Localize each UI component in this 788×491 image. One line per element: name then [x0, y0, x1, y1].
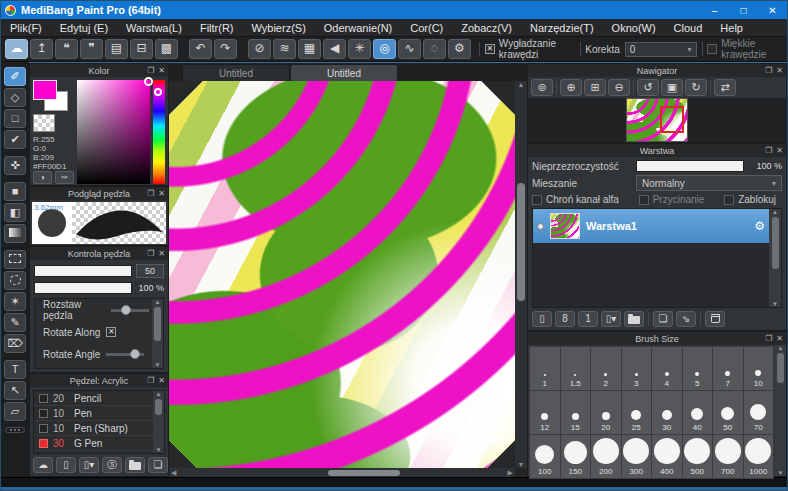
checklist-icon[interactable]: ⊟	[130, 39, 153, 59]
brush-size-100[interactable]: 100	[530, 435, 560, 478]
snap-curve-icon[interactable]: ∿	[398, 39, 421, 59]
fit-window-icon[interactable]: ⊞	[584, 79, 606, 96]
menu-narzędzie[interactable]: Narzędzie(T)	[521, 19, 603, 37]
scroll-up-icon[interactable]: ▲	[778, 345, 784, 351]
popout-icon[interactable]: ❐	[765, 144, 772, 157]
menu-plik[interactable]: Plik(F)	[1, 19, 51, 37]
duplicate-layer-icon[interactable]: ❏	[653, 311, 673, 327]
brush-folder-icon[interactable]	[125, 457, 145, 473]
layer-item-selected[interactable]: Warstwa1 ⚙	[533, 209, 769, 243]
toolstrip-scroll-indicator[interactable]	[5, 427, 25, 433]
menu-wybierz[interactable]: Wybierz(S)	[243, 19, 315, 37]
maximize-button[interactable]: □	[729, 1, 758, 19]
select-pen-tool-icon[interactable]: ✎	[4, 313, 26, 332]
undo-icon[interactable]: ↶	[189, 39, 212, 59]
brush-size-50[interactable]: 50	[713, 391, 743, 434]
rotate-ccw-icon[interactable]: ↺	[637, 79, 659, 96]
slider-knob[interactable]	[121, 305, 131, 315]
brush-size-30[interactable]: 30	[652, 391, 682, 434]
brush-opacity-slider[interactable]	[34, 282, 132, 294]
brush-size-25[interactable]: 25	[622, 391, 652, 434]
layer-opacity-slider[interactable]	[636, 160, 744, 172]
menu-edytuj[interactable]: Edytuj (E)	[51, 19, 117, 37]
scroll-up-icon[interactable]: ▲	[156, 391, 162, 397]
duplicate-brush-icon[interactable]: ❏	[148, 457, 168, 473]
grid-edit-icon[interactable]: ▩	[155, 39, 178, 59]
scroll-down-icon[interactable]: ▼	[778, 470, 784, 476]
brush-size-70[interactable]: 70	[744, 391, 774, 434]
eraser-tool-icon[interactable]: ◇	[4, 88, 26, 107]
close-icon[interactable]: ✕	[776, 144, 783, 157]
upload-icon[interactable]: ↥	[30, 39, 53, 59]
menu-warstwa[interactable]: Warstwa(L)	[117, 19, 191, 37]
canvas-vertical-scrollbar[interactable]: ▲ ▼	[515, 81, 527, 468]
snap-off-icon[interactable]: ⊘	[248, 39, 271, 59]
shape-tool-icon[interactable]: □	[4, 109, 26, 128]
options-scrollbar[interactable]: ▲▼	[152, 299, 163, 368]
menu-oderwanie[interactable]: Oderwanie(N)	[315, 19, 401, 37]
close-icon[interactable]: ✕	[158, 374, 165, 387]
foreground-color-swatch[interactable]	[33, 80, 57, 100]
gear-icon[interactable]: ⚙	[754, 219, 765, 233]
hue-slider[interactable]	[153, 80, 165, 184]
frame-divide-tool-icon[interactable]: ▱	[4, 402, 26, 421]
new-brush-icon[interactable]: ▯	[56, 457, 76, 473]
comment-icon[interactable]: ❝	[55, 39, 78, 59]
brush-size-300[interactable]: 300	[622, 435, 652, 478]
snap-concentric-icon[interactable]: ◎	[373, 39, 396, 59]
redo-icon[interactable]: ↷	[214, 39, 237, 59]
script-brush-icon[interactable]: ⓢ	[102, 457, 122, 473]
brush-size-400[interactable]: 400	[652, 435, 682, 478]
brush-size-5[interactable]: 5	[683, 347, 713, 390]
antialias-checkbox[interactable]: ✕	[485, 44, 495, 54]
scroll-thumb[interactable]	[155, 399, 162, 415]
snap-grid-icon[interactable]: ▦	[298, 39, 321, 59]
text-tool-icon[interactable]: T	[4, 360, 26, 379]
brush-size-value[interactable]: 50	[136, 264, 164, 278]
v-scroll-thumb[interactable]	[517, 183, 525, 301]
brush-size-1[interactable]: 1	[530, 347, 560, 390]
close-icon[interactable]: ✕	[158, 187, 165, 200]
add-brush-menu-icon[interactable]: ▯▾	[79, 457, 99, 473]
zoom-in-icon[interactable]: ⊕	[560, 79, 582, 96]
brush-size-scrollbar[interactable]: ▲ ▼	[775, 345, 786, 476]
flip-view-icon[interactable]: ⇄	[714, 79, 736, 96]
brush-size-200[interactable]: 200	[591, 435, 621, 478]
menu-okno[interactable]: Okno(W)	[603, 19, 665, 37]
close-icon[interactable]: ✕	[158, 64, 165, 77]
h-scroll-thumb[interactable]	[328, 470, 400, 476]
polyline-tool-icon[interactable]: ✔	[4, 130, 26, 149]
document-tab-1[interactable]: Untitled	[290, 64, 398, 81]
navigator-thumbnail[interactable]	[626, 98, 688, 142]
brush-size-10[interactable]: 10	[744, 347, 774, 390]
brush-item-pen[interactable]: 10 Pen	[34, 406, 164, 421]
checkbox[interactable]	[639, 195, 649, 205]
sv-cursor[interactable]	[144, 77, 153, 86]
rotate-angle-slider[interactable]	[106, 353, 144, 356]
minimize-button[interactable]: –	[700, 1, 729, 19]
brush-item-g-pen[interactable]: 30 G Pen	[34, 436, 164, 451]
saturation-value-picker[interactable]	[77, 80, 150, 184]
brush-item-pen[interactable]: 10 Pen (Sharp)	[34, 421, 164, 436]
bucket-tool-icon[interactable]: ◧	[4, 203, 26, 222]
scroll-down-icon[interactable]: ▼	[156, 447, 162, 453]
brush-item-pencil[interactable]: 20 Pencil	[34, 391, 164, 406]
gradient-tool-icon[interactable]	[4, 224, 26, 243]
popout-icon[interactable]: ❐	[147, 187, 154, 200]
brush-size-12[interactable]: 12	[530, 391, 560, 434]
popout-icon[interactable]: ❐	[147, 247, 154, 260]
brush-size-500[interactable]: 500	[683, 435, 713, 478]
select-eraser-tool-icon[interactable]: ⌦	[4, 334, 26, 353]
popout-icon[interactable]: ❐	[765, 332, 772, 345]
brush-size-40[interactable]: 40	[683, 391, 713, 434]
snap-settings-icon[interactable]: ⚙	[448, 39, 471, 59]
brush-size-150[interactable]: 150	[561, 435, 591, 478]
brush-tool-icon[interactable]: ✐	[4, 67, 26, 86]
navigator-view-rect[interactable]	[660, 106, 684, 134]
canvas-horizontal-scrollbar[interactable]: ◀ ▶	[169, 468, 515, 477]
popout-icon[interactable]: ❐	[765, 64, 772, 77]
scroll-up-icon[interactable]: ▲	[772, 209, 778, 215]
canvas-artwork[interactable]	[169, 81, 515, 468]
scroll-thumb[interactable]	[154, 307, 161, 341]
brush-size-1000[interactable]: 1000	[744, 435, 774, 478]
